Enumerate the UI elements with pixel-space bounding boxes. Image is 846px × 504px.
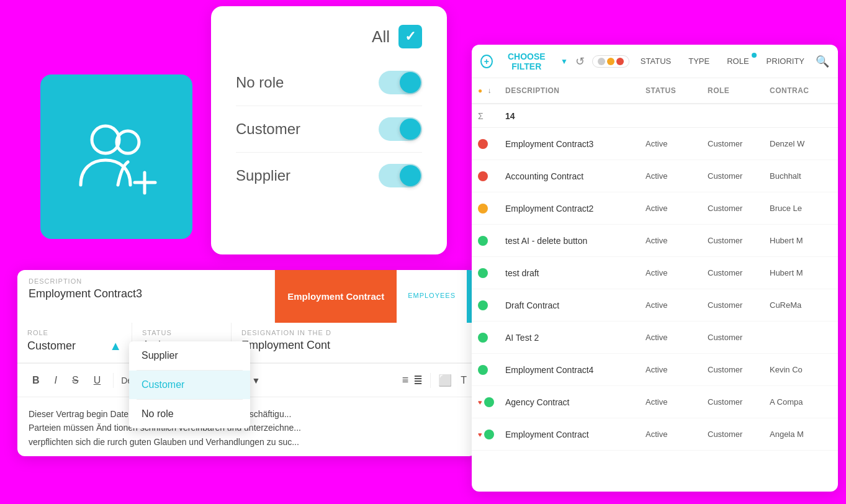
contract-cell-4: Hubert M — [770, 268, 832, 277]
status-cell-2 — [478, 204, 505, 214]
contract-cell-3: Hubert M — [770, 236, 832, 245]
status-cell-8: ♥ — [478, 397, 505, 407]
underline-button[interactable]: U — [89, 372, 106, 389]
status-dot-3 — [478, 236, 488, 246]
role-label: ROLE — [27, 329, 122, 336]
sort-indicator-cell[interactable]: ● ↓ — [478, 86, 505, 95]
description-section: DESCRIPTION Employment Contract3 — [17, 270, 275, 323]
role-value: Customer — [27, 340, 76, 353]
refresh-button[interactable]: ↺ — [573, 52, 587, 71]
desc-cell-4: test draft — [505, 268, 646, 278]
supplier-label: Supplier — [236, 167, 290, 184]
status-cell-9: ♥ — [478, 430, 505, 439]
users-plus-icon — [73, 114, 160, 200]
no-role-row: No role — [236, 60, 422, 106]
desc-cell-7: Employment Contract4 — [505, 365, 646, 375]
status-dot-0 — [478, 139, 488, 149]
status-text-cell-9: Active — [646, 430, 708, 439]
status-cell-1 — [478, 171, 505, 181]
list-icons: ≡ ≣ ⬜ — [402, 373, 452, 388]
role-cell-9: Customer — [708, 430, 770, 439]
dropdown-item-customer[interactable]: Customer — [129, 371, 250, 399]
table-row[interactable]: Employment Contract2 Active Customer Bru… — [472, 192, 838, 225]
supplier-toggle[interactable] — [379, 164, 422, 187]
status-text-cell-2: Active — [646, 204, 708, 213]
body-line-3: verpflichten sich die rurch guten Glaube… — [29, 435, 466, 449]
status-cell-4 — [478, 268, 505, 278]
table-row[interactable]: ♥ Employment Contract Active Customer An… — [472, 418, 838, 451]
status-cell-6 — [478, 333, 505, 343]
contract-cell-2: Bruce Le — [770, 204, 832, 213]
role-filter-chip[interactable]: ROLE — [721, 54, 755, 68]
description-value: Employment Contract3 — [29, 287, 263, 300]
search-button[interactable]: 🔍 — [816, 55, 829, 68]
total-count: 14 — [505, 111, 646, 121]
status-text-cell-7: Active — [646, 365, 708, 374]
description-header[interactable]: DESCRIPTION — [505, 86, 646, 95]
role-cell-1: Customer — [708, 171, 770, 181]
status-dot-2 — [478, 204, 488, 214]
svg-point-0 — [92, 126, 119, 153]
table-row[interactable]: ♥ Agency Contract Active Customer A Comp… — [472, 386, 838, 418]
choose-filter-button[interactable]: + CHOOSE FILTER ▼ — [480, 52, 568, 71]
role-cell-0: Customer — [708, 139, 770, 148]
customer-toggle[interactable] — [379, 117, 422, 141]
status-text-cell-0: Active — [646, 139, 708, 148]
employees-label: EMPLOYEES — [408, 292, 456, 299]
strikethrough-button[interactable]: S — [67, 372, 84, 389]
toolbar-divider-1 — [113, 373, 114, 388]
contract-cell-5: CuReMa — [770, 300, 832, 310]
status-text-cell-3: Active — [646, 236, 708, 245]
role-cell-5: Customer — [708, 300, 770, 310]
all-checkbox[interactable] — [398, 25, 422, 48]
type-filter-chip[interactable]: TYPE — [682, 54, 716, 68]
desc-cell-1: Accounting Contract — [505, 171, 646, 181]
align-right-button[interactable]: ⬜ — [438, 373, 452, 388]
table-header: ● ↓ DESCRIPTION STATUS ROLE CONTRAC — [472, 78, 838, 104]
dropdown-item-no-role[interactable]: No role — [129, 400, 250, 428]
role-cell-8: Customer — [708, 397, 770, 407]
contract-header[interactable]: CONTRAC — [770, 86, 832, 95]
contract-cell-0: Denzel W — [770, 139, 832, 148]
role-cell-3: Customer — [708, 236, 770, 245]
table-panel: + CHOOSE FILTER ▼ ↺ STATUS TYPE ROLE PRI… — [472, 45, 838, 492]
role-dropdown-arrow[interactable]: ▲ — [109, 339, 122, 353]
role-header[interactable]: ROLE — [708, 86, 770, 95]
italic-button[interactable]: I — [50, 372, 62, 389]
ordered-list-button[interactable]: ≣ — [413, 373, 423, 388]
role-cell-6: Customer — [708, 333, 770, 342]
bold-button[interactable]: B — [27, 372, 45, 389]
employment-contract-button[interactable]: Employment Contract — [275, 270, 397, 323]
no-role-label: No role — [236, 74, 284, 91]
status-cell-0 — [478, 139, 505, 149]
all-label: All — [372, 27, 390, 47]
designation-section: DESIGNATION IN THE D Employment Cont — [232, 323, 477, 362]
status-dot-6 — [478, 333, 488, 343]
priority-filter-chip[interactable]: PRIORITY — [760, 54, 811, 68]
table-row[interactable]: Employment Contract3 Active Customer Den… — [472, 128, 838, 160]
status-filter-chip[interactable]: STATUS — [634, 54, 677, 68]
color-filter-dots[interactable] — [592, 55, 629, 68]
status-text-cell-4: Active — [646, 268, 708, 277]
desc-cell-5: Draft Contract — [505, 300, 646, 310]
desc-cell-6: AI Test 2 — [505, 333, 646, 343]
table-row[interactable]: Draft Contract Active Customer CuReMa — [472, 289, 838, 322]
status-dot-5 — [478, 300, 488, 310]
contract-cell-7: Kevin Co — [770, 365, 832, 374]
dot-red — [616, 58, 624, 65]
table-row[interactable]: test draft Active Customer Hubert M — [472, 257, 838, 289]
no-role-toggle[interactable] — [379, 71, 422, 94]
desc-cell-3: test AI - delete button — [505, 236, 646, 246]
text-style-button[interactable]: T — [461, 375, 467, 386]
desc-cell-8: Agency Contract — [505, 397, 646, 407]
role-dropdown-menu: Supplier Customer No role — [129, 341, 250, 428]
table-row[interactable]: AI Test 2 Active Customer — [472, 322, 838, 354]
table-row[interactable]: test AI - delete button Active Customer … — [472, 225, 838, 257]
status-header[interactable]: STATUS — [646, 86, 708, 95]
role-cell-2: Customer — [708, 204, 770, 213]
table-row[interactable]: Accounting Contract Active Customer Buch… — [472, 160, 838, 192]
unordered-list-button[interactable]: ≡ — [402, 373, 409, 388]
dropdown-item-supplier[interactable]: Supplier — [129, 341, 250, 370]
contract-cell-8: A Compa — [770, 397, 832, 407]
table-row[interactable]: Employment Contract4 Active Customer Kev… — [472, 354, 838, 386]
